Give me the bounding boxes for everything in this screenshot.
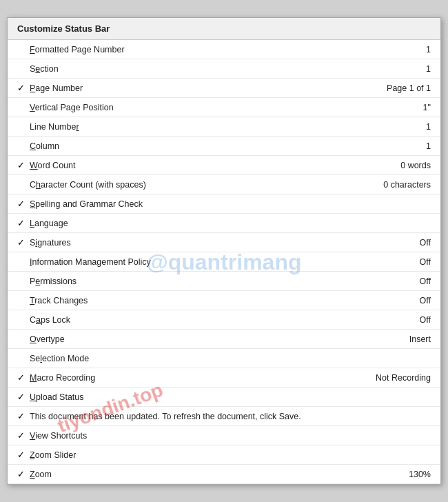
item-value-information-management: Off — [376, 257, 431, 267]
underline-char: U — [30, 392, 36, 402]
item-value-section: 1 — [376, 64, 431, 74]
checkmark-word-count: ✓ — [14, 160, 27, 170]
underline-char: e — [35, 277, 40, 286]
menu-item-column[interactable]: Column1 — [8, 137, 440, 156]
item-label-macro-recording: Macro Recording — [27, 373, 376, 383]
underline-char: F — [30, 45, 35, 54]
menu-item-section[interactable]: Section1 — [8, 59, 440, 79]
item-label-line-number: Line Number — [27, 122, 376, 132]
underline-char: S — [30, 199, 35, 209]
item-label-permissions: Permissions — [27, 277, 376, 286]
checkmark-upload-status: ✓ — [14, 392, 27, 402]
item-value-column: 1 — [376, 141, 431, 151]
item-value-word-count: 0 words — [376, 161, 431, 170]
underline-char: e — [35, 64, 40, 74]
menu-item-upload-status[interactable]: ✓Upload Status — [8, 388, 440, 407]
item-value-macro-recording: Not Recording — [376, 373, 431, 383]
menu-items-container: Formatted Page Number1Section1✓Page Numb… — [8, 40, 440, 484]
underline-char: L — [30, 219, 34, 228]
menu-item-page-number[interactable]: ✓Page NumberPage 1 of 1 — [8, 79, 440, 98]
item-value-zoom: 130% — [376, 470, 431, 479]
item-label-word-count: Word Count — [27, 161, 376, 170]
underline-char: l — [40, 354, 42, 363]
item-label-character-count: Character Count (with spaces) — [27, 180, 376, 190]
menu-item-view-shortcuts[interactable]: ✓View Shortcuts — [8, 426, 440, 445]
checkmark-zoom-slider: ✓ — [14, 450, 27, 460]
item-label-spelling-grammar: Spelling and Grammar Check — [27, 199, 431, 209]
item-label-track-changes: Track Changes — [27, 296, 376, 305]
underline-char: M — [30, 373, 37, 383]
underline-char: i — [35, 238, 37, 248]
menu-item-macro-recording[interactable]: ✓Macro RecordingNot Recording — [8, 368, 440, 388]
underline-char: Z — [30, 450, 35, 460]
checkmark-macro-recording: ✓ — [14, 372, 27, 383]
item-value-formatted-page-number: 1 — [376, 45, 431, 54]
menu-item-permissions[interactable]: PermissionsOff — [8, 272, 440, 291]
underline-char: P — [30, 83, 35, 93]
underline-char: O — [30, 334, 37, 344]
item-value-vertical-page-position: 1" — [376, 103, 431, 112]
item-label-formatted-page-number: Formatted Page Number — [27, 45, 376, 54]
underline-char: T — [30, 296, 34, 305]
item-label-vertical-page-position: Vertical Page Position — [27, 103, 376, 112]
underline-char: V — [30, 431, 35, 441]
item-value-track-changes: Off — [376, 296, 431, 305]
menu-item-caps-lock[interactable]: Caps LockOff — [8, 310, 440, 330]
item-value-overtype: Insert — [376, 334, 431, 344]
checkmark-language: ✓ — [14, 218, 27, 228]
menu-item-word-count[interactable]: ✓Word Count0 words — [8, 156, 440, 175]
menu-item-document-updated[interactable]: ✓This document has been updated. To refr… — [8, 407, 440, 426]
underline-char: I — [30, 257, 32, 267]
item-label-zoom-slider: Zoom Slider — [27, 450, 431, 460]
item-label-overtype: Overtype — [27, 334, 376, 344]
menu-item-character-count[interactable]: Character Count (with spaces)0 character… — [8, 175, 440, 194]
menu-item-overtype[interactable]: OvertypeInsert — [8, 330, 440, 349]
underline-char: h — [36, 180, 41, 190]
item-label-upload-status: Upload Status — [27, 392, 431, 402]
item-label-column: Column — [27, 141, 376, 151]
menu-item-track-changes[interactable]: Track ChangesOff — [8, 291, 440, 310]
checkmark-zoom: ✓ — [14, 469, 27, 479]
menu-item-selection-mode[interactable]: Selection Mode — [8, 349, 440, 368]
item-label-language: Language — [27, 219, 431, 228]
item-label-selection-mode: Selection Mode — [27, 354, 431, 363]
menu-item-vertical-page-position[interactable]: Vertical Page Position1" — [8, 98, 440, 117]
underline-char: a — [36, 315, 41, 325]
customize-status-bar-popup: Customize Status Bar Formatted Page Numb… — [7, 17, 441, 485]
item-value-page-number: Page 1 of 1 — [376, 83, 431, 93]
item-value-permissions: Off — [376, 277, 431, 286]
item-label-signatures: Signatures — [27, 238, 376, 248]
menu-item-formatted-page-number[interactable]: Formatted Page Number1 — [8, 40, 440, 59]
popup-title: Customize Status Bar — [8, 18, 440, 40]
item-label-view-shortcuts: View Shortcuts — [27, 431, 431, 441]
underline-char: C — [30, 141, 36, 151]
checkmark-view-shortcuts: ✓ — [14, 430, 27, 441]
item-value-character-count: 0 characters — [376, 180, 431, 190]
menu-item-zoom[interactable]: ✓Zoom130% — [8, 465, 440, 484]
item-label-page-number: Page Number — [27, 83, 376, 93]
underline-char: r — [76, 122, 79, 132]
menu-item-language[interactable]: ✓Language — [8, 214, 440, 233]
menu-item-zoom-slider[interactable]: ✓Zoom Slider — [8, 445, 440, 465]
checkmark-document-updated: ✓ — [14, 411, 27, 421]
item-value-signatures: Off — [376, 238, 431, 248]
underline-char: V — [30, 103, 35, 112]
underline-char: Z — [30, 470, 35, 479]
item-label-section: Section — [27, 64, 376, 74]
menu-item-line-number[interactable]: Line Number1 — [8, 117, 440, 137]
menu-item-spelling-grammar[interactable]: ✓Spelling and Grammar Check — [8, 194, 440, 214]
item-label-caps-lock: Caps Lock — [27, 315, 376, 325]
checkmark-signatures: ✓ — [14, 237, 27, 248]
item-label-zoom: Zoom — [27, 470, 376, 479]
item-value-caps-lock: Off — [376, 315, 431, 325]
item-value-line-number: 1 — [376, 122, 431, 132]
underline-char: W — [30, 161, 38, 170]
menu-item-information-management[interactable]: Information Management PolicyOff — [8, 252, 440, 272]
checkmark-page-number: ✓ — [14, 83, 27, 93]
item-label-document-updated: This document has been updated. To refre… — [27, 412, 431, 421]
item-label-information-management: Information Management Policy — [27, 257, 376, 267]
menu-item-signatures[interactable]: ✓SignaturesOff — [8, 233, 440, 252]
checkmark-spelling-grammar: ✓ — [14, 199, 27, 209]
